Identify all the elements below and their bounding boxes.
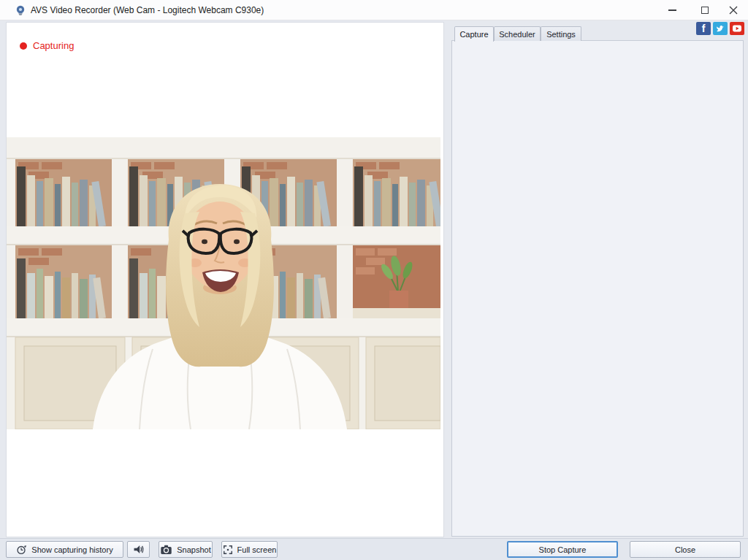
window-title: AVS Video Recorder (Web Cam - Logitech W… (31, 0, 264, 20)
minimize-icon (668, 9, 676, 11)
full-screen-button[interactable]: Full screen (221, 541, 278, 558)
bottom-toolbar: Show capturing history Snapshot Full scr… (0, 538, 748, 560)
title-bar: AVS Video Recorder (Web Cam - Logitech W… (0, 0, 748, 20)
capturing-indicator: Capturing (20, 40, 74, 51)
close-button[interactable]: Close (630, 541, 741, 558)
show-capturing-history-button[interactable]: Show capturing history (6, 541, 123, 558)
snapshot-button[interactable]: Snapshot (159, 541, 213, 558)
tab-settings[interactable]: Settings (541, 26, 581, 41)
fullscreen-icon (223, 545, 233, 555)
tab-scheduler[interactable]: Scheduler (494, 26, 541, 41)
capture-tab-panel (451, 40, 744, 537)
capturing-label: Capturing (33, 40, 74, 51)
recording-dot (20, 42, 27, 50)
maximize-icon (701, 7, 709, 14)
speaker-button[interactable] (127, 541, 150, 558)
app-icon (15, 4, 26, 16)
minimize-button[interactable] (660, 0, 684, 20)
close-icon (729, 6, 738, 15)
stop-capture-button[interactable]: Stop Capture (507, 541, 618, 558)
youtube-icon[interactable] (730, 22, 744, 35)
tab-capture[interactable]: Capture (454, 26, 494, 42)
twitter-icon[interactable] (713, 22, 728, 35)
video-preview-panel: Capturing (6, 22, 444, 537)
camera-icon (160, 544, 172, 555)
speaker-icon (132, 543, 145, 556)
history-icon (16, 544, 27, 555)
maximize-button[interactable] (692, 0, 717, 20)
facebook-icon[interactable]: f (696, 22, 711, 35)
close-window-button[interactable] (721, 0, 746, 20)
webcam-frame (7, 137, 440, 429)
